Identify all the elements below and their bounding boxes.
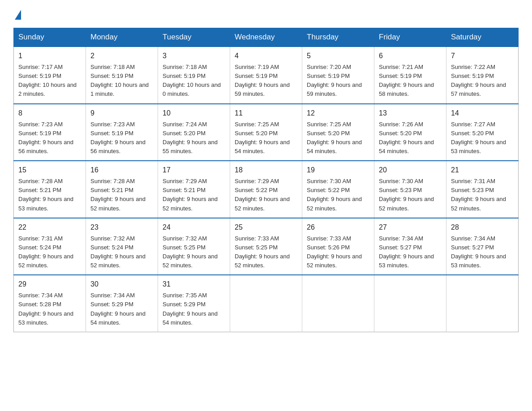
daylight-label: Daylight:	[307, 139, 331, 146]
sunset-text: Sunset: 5:21 PM	[90, 187, 133, 193]
day-number: 6	[379, 51, 442, 61]
daylight-cont: 52 minutes.	[163, 262, 193, 269]
day-number: 20	[379, 165, 442, 176]
day-info: Sunrise: 7:23 AMSunset: 5:19 PMDaylight:…	[18, 120, 81, 156]
sunset-text: Sunset: 5:19 PM	[235, 73, 278, 79]
daylight-label: Daylight:	[163, 310, 187, 317]
sunset-text: Sunset: 5:19 PM	[18, 130, 61, 137]
day-number: 18	[235, 165, 297, 176]
calendar-day-cell: 22Sunrise: 7:31 AMSunset: 5:24 PMDayligh…	[14, 218, 86, 275]
day-number: 1	[18, 51, 81, 61]
sunset-text: Sunset: 5:20 PM	[235, 130, 278, 137]
daylight-label: Daylight:	[379, 253, 403, 260]
calendar-day-cell: 30Sunrise: 7:34 AMSunset: 5:29 PMDayligh…	[86, 275, 158, 332]
calendar-week-row: 1Sunrise: 7:17 AMSunset: 5:19 PMDaylight…	[14, 47, 519, 104]
daylight-label: Daylight:	[90, 310, 115, 317]
day-number: 13	[379, 108, 442, 119]
sunset-text: Sunset: 5:19 PM	[90, 73, 133, 79]
daylight-label: Daylight:	[379, 81, 403, 88]
sunset-text: Sunset: 5:29 PM	[163, 301, 206, 308]
day-info: Sunrise: 7:25 AMSunset: 5:20 PMDaylight:…	[307, 120, 369, 156]
sunset-text: Sunset: 5:28 PM	[18, 301, 61, 308]
calendar-day-cell: 8Sunrise: 7:23 AMSunset: 5:19 PMDaylight…	[14, 104, 86, 161]
weekday-header-tuesday: Tuesday	[158, 28, 230, 47]
day-info: Sunrise: 7:24 AMSunset: 5:20 PMDaylight:…	[163, 120, 225, 156]
daylight-cont: 56 minutes.	[18, 148, 48, 154]
daylight-label: Daylight:	[90, 196, 115, 202]
daylight-label: Daylight:	[90, 81, 115, 88]
day-info: Sunrise: 7:18 AMSunset: 5:19 PMDaylight:…	[163, 63, 225, 99]
sunrise-text: Sunrise: 7:30 AM	[379, 178, 423, 184]
sunset-text: Sunset: 5:29 PM	[90, 301, 133, 308]
daylight-cont: 57 minutes.	[451, 90, 481, 97]
sunset-text: Sunset: 5:25 PM	[235, 244, 278, 251]
sunrise-text: Sunrise: 7:21 AM	[379, 64, 423, 70]
day-info: Sunrise: 7:31 AMSunset: 5:23 PMDaylight:…	[451, 177, 514, 213]
daylight-cont: 54 minutes.	[379, 148, 409, 154]
day-info: Sunrise: 7:25 AMSunset: 5:20 PMDaylight:…	[235, 120, 297, 156]
calendar-day-cell: 31Sunrise: 7:35 AMSunset: 5:29 PMDayligh…	[158, 275, 230, 332]
weekday-header-saturday: Saturday	[446, 28, 519, 47]
weekday-header-sunday: Sunday	[14, 28, 86, 47]
calendar-day-cell: 15Sunrise: 7:28 AMSunset: 5:21 PMDayligh…	[14, 161, 86, 218]
sunrise-text: Sunrise: 7:24 AM	[163, 121, 207, 128]
calendar-day-cell: 25Sunrise: 7:33 AMSunset: 5:25 PMDayligh…	[230, 218, 302, 275]
day-number: 11	[235, 108, 297, 119]
sunrise-text: Sunrise: 7:32 AM	[90, 235, 135, 242]
daylight-cont: 52 minutes.	[235, 262, 265, 269]
weekday-header-friday: Friday	[374, 28, 446, 47]
daylight-cont: 53 minutes.	[18, 319, 48, 326]
day-number: 19	[307, 165, 369, 176]
sunrise-text: Sunrise: 7:34 AM	[379, 235, 423, 242]
day-number: 9	[90, 108, 153, 119]
sunset-text: Sunset: 5:19 PM	[90, 130, 133, 137]
sunrise-text: Sunrise: 7:25 AM	[235, 121, 279, 128]
sunrise-text: Sunrise: 7:33 AM	[307, 235, 351, 242]
daylight-cont: 52 minutes.	[307, 205, 337, 212]
sunrise-text: Sunrise: 7:18 AM	[163, 64, 207, 70]
daylight-cont: 52 minutes.	[235, 205, 265, 212]
daylight-cont: 2 minutes.	[18, 90, 45, 97]
day-number: 24	[163, 222, 225, 233]
sunrise-text: Sunrise: 7:29 AM	[163, 178, 207, 184]
sunset-text: Sunset: 5:20 PM	[163, 130, 206, 137]
daylight-label: Daylight:	[235, 139, 259, 146]
day-info: Sunrise: 7:31 AMSunset: 5:24 PMDaylight:…	[18, 234, 81, 270]
sunrise-text: Sunrise: 7:20 AM	[307, 64, 351, 70]
calendar-empty-cell	[374, 275, 446, 332]
calendar-day-cell: 21Sunrise: 7:31 AMSunset: 5:23 PMDayligh…	[446, 161, 519, 218]
day-info: Sunrise: 7:22 AMSunset: 5:19 PMDaylight:…	[451, 63, 514, 99]
day-info: Sunrise: 7:32 AMSunset: 5:25 PMDaylight:…	[163, 234, 225, 270]
calendar-day-cell: 19Sunrise: 7:30 AMSunset: 5:22 PMDayligh…	[302, 161, 374, 218]
day-info: Sunrise: 7:20 AMSunset: 5:19 PMDaylight:…	[307, 63, 369, 99]
sunrise-text: Sunrise: 7:33 AM	[235, 235, 279, 242]
sunrise-text: Sunrise: 7:34 AM	[90, 292, 135, 299]
day-info: Sunrise: 7:29 AMSunset: 5:22 PMDaylight:…	[235, 177, 297, 213]
daylight-cont: 52 minutes.	[379, 205, 409, 212]
daylight-cont: 54 minutes.	[235, 148, 265, 154]
daylight-label: Daylight:	[451, 196, 475, 202]
day-info: Sunrise: 7:35 AMSunset: 5:29 PMDaylight:…	[163, 291, 225, 327]
sunset-text: Sunset: 5:19 PM	[451, 73, 494, 79]
day-number: 31	[163, 279, 225, 290]
calendar-week-row: 8Sunrise: 7:23 AMSunset: 5:19 PMDaylight…	[14, 104, 519, 161]
day-number: 5	[307, 51, 369, 61]
calendar-day-cell: 5Sunrise: 7:20 AMSunset: 5:19 PMDaylight…	[302, 47, 374, 104]
day-number: 23	[90, 222, 153, 233]
sunset-text: Sunset: 5:27 PM	[451, 244, 494, 251]
daylight-cont: 55 minutes.	[163, 148, 193, 154]
daylight-label: Daylight:	[307, 81, 331, 88]
day-number: 7	[451, 51, 514, 61]
calendar-day-cell: 17Sunrise: 7:29 AMSunset: 5:21 PMDayligh…	[158, 161, 230, 218]
sunrise-text: Sunrise: 7:35 AM	[163, 292, 207, 299]
calendar-day-cell: 2Sunrise: 7:18 AMSunset: 5:19 PMDaylight…	[86, 47, 158, 104]
day-number: 27	[379, 222, 442, 233]
daylight-label: Daylight:	[307, 253, 331, 260]
sunrise-text: Sunrise: 7:34 AM	[451, 235, 495, 242]
sunrise-text: Sunrise: 7:31 AM	[18, 235, 63, 242]
calendar-day-cell: 29Sunrise: 7:34 AMSunset: 5:28 PMDayligh…	[14, 275, 86, 332]
daylight-label: Daylight:	[451, 81, 475, 88]
calendar-week-row: 29Sunrise: 7:34 AMSunset: 5:28 PMDayligh…	[14, 275, 519, 332]
daylight-label: Daylight:	[163, 253, 187, 260]
daylight-cont: 53 minutes.	[451, 262, 481, 269]
